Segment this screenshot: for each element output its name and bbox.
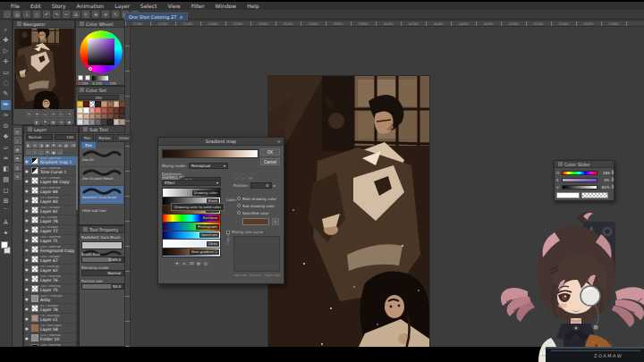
- menu-story[interactable]: Story: [47, 2, 72, 10]
- layer-visibility-icon[interactable]: ●: [25, 267, 30, 272]
- fit-icon[interactable]: ▭: [42, 111, 48, 117]
- color-swatch-6[interactable]: [114, 101, 120, 107]
- property-dock-icon[interactable]: ◫: [14, 137, 21, 144]
- color-swatch-18[interactable]: [89, 114, 96, 120]
- color-source-option[interactable]: Specified color: [237, 209, 276, 216]
- color-swatch-4[interactable]: [101, 101, 107, 107]
- layer-lock-icon-5[interactable]: ▱: [57, 149, 63, 155]
- color-swatch-16[interactable]: [77, 114, 83, 120]
- eyedropper-tool[interactable]: ✦: [1, 229, 11, 239]
- plus-dock-icon[interactable]: ⊞: [14, 173, 21, 180]
- radio-icon[interactable]: [237, 211, 241, 215]
- pen-tool[interactable]: ✎: [1, 89, 11, 99]
- layer-lock-icon-3[interactable]: ⚑: [45, 149, 50, 155]
- rotate-left-icon[interactable]: ↺: [50, 111, 56, 117]
- color-swatch-10[interactable]: [89, 107, 96, 114]
- move-tool[interactable]: ✥: [1, 36, 11, 46]
- layer-visibility-icon[interactable]: ●: [25, 336, 30, 341]
- canvas-tab[interactable]: One Shot Coloring 27 ×: [124, 13, 188, 21]
- layer-visibility-icon[interactable]: ●: [25, 257, 30, 262]
- slider-spinner[interactable]: ▲▼: [612, 184, 614, 189]
- zoom-out-icon[interactable]: ⊖: [26, 111, 32, 117]
- layer-row[interactable]: ●100 \ NormalFolder 10: [24, 333, 78, 343]
- layer-blend-dropdown[interactable]: Normal: [26, 134, 53, 140]
- layer-row[interactable]: ●100 \ NormalTone Curve 1: [24, 166, 78, 176]
- color-swatch-22[interactable]: [114, 114, 120, 120]
- eraser-tool[interactable]: ▱: [1, 143, 11, 153]
- color-swatch-31[interactable]: [119, 119, 125, 125]
- layer-row[interactable]: ●81 \ ScreenLayer 78: [24, 304, 78, 314]
- radio-icon[interactable]: [237, 197, 241, 200]
- gradient-tool[interactable]: ▨: [1, 175, 11, 185]
- layer-row[interactable]: ●100 \ ScreenLayer 82: [24, 206, 78, 215]
- layer-row[interactable]: ●100 \ ScreenLayer 84 Copy: [24, 176, 78, 186]
- layer-lock-icon-1[interactable]: ✎: [32, 149, 38, 155]
- layer-visibility-icon[interactable]: ●: [25, 208, 30, 213]
- brush-item[interactable]: RadioSol2 Oura Brush: [80, 186, 123, 205]
- operation-tool[interactable]: ▷: [1, 46, 11, 56]
- color-swatch-15[interactable]: [119, 107, 125, 114]
- layer-visibility-icon[interactable]: ●: [25, 198, 30, 203]
- copy-icon[interactable]: ⧉: [58, 119, 64, 125]
- tone-dock-icon[interactable]: ▦: [14, 146, 21, 153]
- eyedropper-icon[interactable]: ✎: [272, 218, 279, 225]
- tool-property-value-blending-mode[interactable]: Normal: [81, 270, 124, 276]
- layer-row[interactable]: ●76 \ MultiplyLayer x1: [24, 314, 78, 324]
- layer-tool-icon-4[interactable]: ✚: [51, 142, 56, 147]
- add-gradient-icon[interactable]: ✚: [174, 260, 180, 265]
- layer-visibility-icon[interactable]: ●: [25, 228, 30, 232]
- layer-row[interactable]: ●35 \ OverlayLayer 62: [24, 265, 78, 274]
- next-node-icon[interactable]: ›: [241, 174, 246, 180]
- layer-row[interactable]: ●100 \ NormalLayer 76: [24, 274, 78, 284]
- color-swatch-2[interactable]: [89, 101, 96, 107]
- layer-visibility-icon[interactable]: ●: [25, 316, 30, 321]
- grid-icon[interactable]: ▦: [50, 119, 56, 125]
- zoom-in-icon[interactable]: ⊕: [92, 11, 99, 18]
- layer-row[interactable]: ●100 \ NormalLayer 75: [24, 284, 78, 294]
- zoom-out-icon[interactable]: ⊖: [102, 11, 109, 18]
- prev-node-icon[interactable]: ‹: [233, 174, 239, 180]
- color-source-option[interactable]: Sub drawing color: [237, 202, 276, 209]
- color-swatch-8[interactable]: [77, 107, 83, 114]
- undo-icon[interactable]: ↶: [43, 11, 50, 18]
- slider-track-s[interactable]: [562, 178, 597, 182]
- ruler-tool[interactable]: ⌒: [1, 207, 11, 217]
- color-swatch-1[interactable]: [83, 101, 89, 107]
- current-color-swatch[interactable]: [556, 192, 580, 198]
- slider-spinner[interactable]: ▲▼: [612, 170, 614, 175]
- mixing-mode-dropdown[interactable]: Perceptual▾: [189, 163, 228, 169]
- layer-move-tool[interactable]: ✛: [1, 57, 11, 67]
- layer-visibility-icon[interactable]: ●: [25, 326, 30, 331]
- airbrush-tool[interactable]: ⊙: [1, 122, 11, 131]
- layer-visibility-icon[interactable]: ●: [25, 218, 30, 223]
- layer-visibility-icon[interactable]: ●: [25, 189, 30, 193]
- menu-window[interactable]: Window: [209, 2, 242, 10]
- layer-row[interactable]: ●100 \ NormalLayer 71: [24, 235, 78, 245]
- zoom-in-icon[interactable]: ⊕: [34, 111, 40, 117]
- tool-property-value-particle-size[interactable]: 50.0: [81, 283, 124, 290]
- layer-row[interactable]: ●76 \ Soft lightLayer 58: [24, 324, 78, 333]
- color-swatch-28[interactable]: [101, 119, 107, 125]
- gradient-preset[interactable]: Drawing color: [163, 189, 220, 198]
- blend-tool[interactable]: ≈: [1, 154, 11, 164]
- rotate-right-icon[interactable]: ↻: [58, 111, 64, 117]
- layer-dock-icon[interactable]: ▤: [14, 128, 21, 135]
- layer-tool-icon-2[interactable]: ◨: [38, 142, 44, 147]
- save-icon[interactable]: ⇓: [23, 11, 30, 18]
- sub-tool-tab-marker[interactable]: Marker: [95, 134, 114, 142]
- canvas-artwork[interactable]: [268, 76, 429, 347]
- layer-visibility-icon[interactable]: ●: [25, 248, 30, 252]
- dialog-close-icon[interactable]: ×: [277, 138, 281, 146]
- layer-row[interactable]: ●24 \ ScreenLayer 77: [24, 225, 78, 235]
- value-gradient-strip[interactable]: [92, 76, 108, 80]
- color-swatch-21[interactable]: [107, 114, 114, 120]
- cut-icon[interactable]: ✂: [63, 11, 70, 18]
- layer-lock-icon-4[interactable]: ●: [51, 149, 56, 155]
- specified-color-swatch[interactable]: [242, 218, 269, 225]
- search-dock-icon[interactable]: ⬒: [14, 155, 21, 162]
- selection-tool[interactable]: ▭: [1, 68, 11, 78]
- print-icon[interactable]: ⎙: [33, 11, 40, 18]
- canvas-tab-close-icon[interactable]: ×: [179, 14, 182, 20]
- layer-visibility-icon[interactable]: ●: [25, 277, 30, 282]
- paste-icon[interactable]: ⎘: [82, 11, 89, 18]
